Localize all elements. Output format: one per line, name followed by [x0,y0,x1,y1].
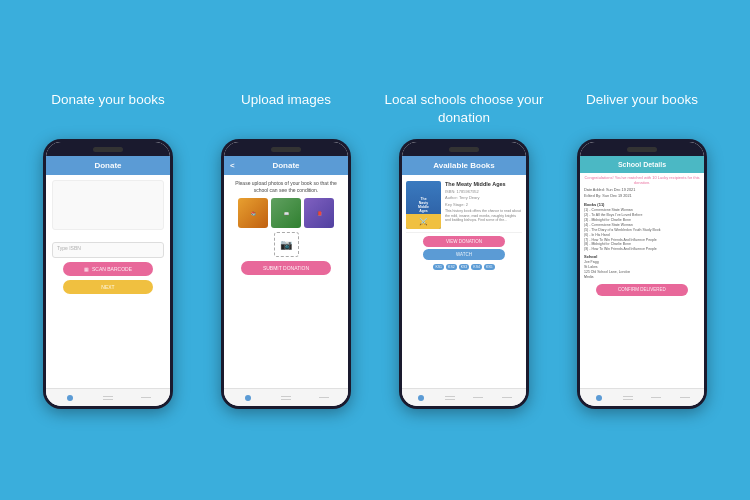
step-1-title: Donate your books [51,91,164,127]
phone-2-notch [271,147,301,152]
donate-form: Type ISBN ▦ SCAN BARCODE NEXT [52,242,164,294]
nav-donate-4[interactable] [593,392,605,404]
media-label: Media [584,275,700,280]
edited-by: Edited By: Sun Dec 19 2021 [584,194,700,199]
nav-donate-3[interactable] [415,392,427,404]
nav-books-3[interactable] [472,392,484,404]
rating-ks1: KS1 [433,264,444,270]
nav-budget-4[interactable] [622,392,634,404]
step-4: Deliver your books School Details Congra… [558,91,726,409]
phone-2-bar [224,142,348,156]
phone-4-header: School Details [580,156,704,173]
nav-more[interactable] [140,392,152,404]
book-keystage: Key Stage: 2 [445,202,522,208]
phone-2-bottom-nav [224,388,348,406]
phone-4-content: Congratulations! You've matched with 10 … [580,173,704,388]
school-label: School [584,254,700,259]
phone-4-bottom-nav [580,388,704,406]
phone-4-bar [580,142,704,156]
phone-3-notch [449,147,479,152]
phone-3: Available Books TheNastyMiddleAges ⚔️ Th… [399,139,529,409]
phone-4-notch [627,147,657,152]
phone-1-header: Donate [46,156,170,175]
book-info: The Meaty Middle Ages ISBN: 1785967952 A… [445,181,522,229]
nav-donate[interactable] [64,392,76,404]
phone-1-bottom-nav [46,388,170,406]
nav-more-4[interactable] [679,392,691,404]
book-figure-icon: ⚔️ [419,218,428,226]
camera-icon: 📷 [280,239,292,250]
book-author: Author: Terry Deary [445,195,522,201]
thumb-1-label: 📚 [249,209,258,218]
rating-ks2: KS2 [446,264,457,270]
isbn-map-area [52,180,164,230]
submit-donation-button[interactable]: SUBMIT DONATION [241,261,331,275]
step-2-title: Upload images [241,91,331,127]
phone-1: Donate Type ISBN ▦ SCAN BARCODE NEXT [43,139,173,409]
book-item-9: (9) - How To Win Friends And Influence P… [584,247,700,252]
phone-3-header: Available Books [402,156,526,175]
nav-articles[interactable] [102,392,114,404]
phone-3-bottom-nav [402,388,526,406]
book-card: TheNastyMiddleAges ⚔️ The Meaty Middle A… [406,178,522,233]
add-image-button[interactable]: 📷 [274,232,299,257]
thumb-2: 📖 [271,198,301,228]
rating-badges-row: KS1 KS2 KS3 KS4 KS5 [406,264,522,270]
step-3: Local schools choose your donation Avail… [380,91,548,409]
phone-2: Donate Please upload photos of your book… [221,139,351,409]
image-thumbs-row: 📚 📖 📕 [230,198,342,228]
phone-4: School Details Congratulations! You've m… [577,139,707,409]
book-cover-figure: ⚔️ [406,214,441,229]
phone-1-content: Type ISBN ▦ SCAN BARCODE NEXT [46,175,170,388]
congrats-text: Congratulations! You've matched with 10 … [584,175,700,185]
books-label: Books (11) [584,202,700,207]
nav-books-4[interactable] [650,392,662,404]
thumb-3-label: 📕 [315,209,324,218]
date-added: Date Added: Sun Dec 19 2021 [584,188,700,193]
view-donation-button[interactable]: VIEW DONATION [423,236,504,247]
step-3-title: Local schools choose your donation [380,91,548,127]
book-title: The Meaty Middle Ages [445,181,522,188]
thumb-2-label: 📖 [282,209,291,218]
thumb-3: 📕 [304,198,334,228]
rating-ks4: KS4 [471,264,482,270]
step-4-title: Deliver your books [586,91,698,127]
phone-1-bar [46,142,170,156]
thumb-1: 📚 [238,198,268,228]
phone-2-content: Please upload photos of your book so tha… [224,175,348,388]
phone-1-notch [93,147,123,152]
confirm-delivered-button[interactable]: CONFIRM DELIVERED [596,284,689,296]
nav-more-3[interactable] [501,392,513,404]
scan-icon: ▦ [84,266,89,272]
rating-ks3: KS3 [459,264,470,270]
phone-3-bar [402,142,526,156]
watch-button[interactable]: WATCH [423,249,504,260]
rating-ks5: KS5 [484,264,495,270]
next-button[interactable]: NEXT [63,280,153,294]
isbn-input[interactable]: Type ISBN [52,242,164,258]
phone-3-content: TheNastyMiddleAges ⚔️ The Meaty Middle A… [402,175,526,388]
book-isbn: ISBN: 1785967952 [445,189,522,195]
nav-more-2[interactable] [318,392,330,404]
upload-instruction: Please upload photos of your book so tha… [230,180,342,194]
book-description: This history book offers the chance to r… [445,209,522,223]
nav-donate-2[interactable] [242,392,254,404]
scan-barcode-button[interactable]: ▦ SCAN BARCODE [63,262,153,276]
steps-container: Donate your books Donate Type ISBN ▦ SCA… [0,71,750,429]
book-cover-title: TheNastyMiddleAges [417,196,430,215]
nav-budget-3[interactable] [444,392,456,404]
step-2: Upload images Donate Please upload photo… [202,91,370,409]
book-cover: TheNastyMiddleAges ⚔️ [406,181,441,229]
nav-articles-2[interactable] [280,392,292,404]
phone-2-header: Donate [224,156,348,175]
step-1: Donate your books Donate Type ISBN ▦ SCA… [24,91,192,409]
